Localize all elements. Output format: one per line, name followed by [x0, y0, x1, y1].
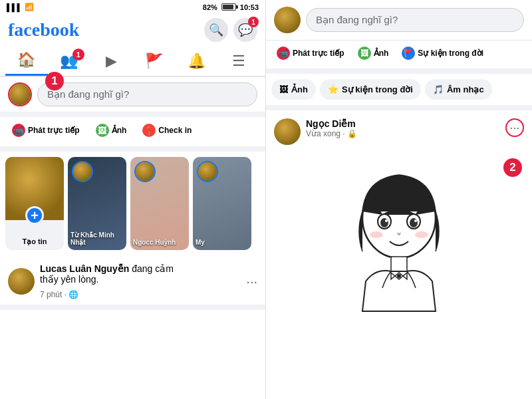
- live-label: Phát trực tiếp: [28, 126, 80, 135]
- quick-event-label: Sự kiện trong đời: [342, 84, 413, 94]
- checkin-icon: 📍: [142, 124, 156, 137]
- right-post-avatar: [274, 118, 301, 145]
- story-plus-icon: +: [25, 206, 44, 225]
- story-card-2[interactable]: Ngocc Huỳnh: [130, 157, 189, 250]
- right-post-meta: Vừa xong · 🔒: [306, 129, 500, 138]
- svg-point-5: [385, 219, 388, 222]
- post-input-area: Bạn đang nghĩ gì?: [0, 77, 265, 117]
- tutorial-badge-2: 2: [503, 158, 522, 177]
- post-name-text: Lucas Luân Nguyễn: [40, 263, 132, 274]
- story-avatar-3: [197, 161, 218, 182]
- status-right: 82% 10:53: [203, 3, 259, 11]
- story-create-card[interactable]: + Tạo tin: [5, 157, 64, 250]
- tutorial-num-2: 2: [503, 158, 522, 177]
- right-post-input-area: Bạn đang nghĩ gì?: [266, 0, 532, 41]
- feed-post-1: Lucas Luân Nguyễn đang cảm thấy yên lòng…: [0, 255, 265, 310]
- photo-button[interactable]: 🖼 Ảnh: [89, 120, 134, 141]
- right-action-row: 📹 Phát trực tiếp 🖼 Ảnh 🚩 Sự kiện trong đ…: [266, 41, 532, 74]
- clock: 10:53: [240, 3, 259, 11]
- right-feed-post: Ngọc Diễm Vừa xong · 🔒 ···: [266, 110, 532, 399]
- right-live-button[interactable]: 📹 Phát trực tiếp: [271, 43, 350, 63]
- story-card-1[interactable]: Từ Khắc Minh Nhật: [68, 157, 126, 250]
- post-avatar: [8, 268, 35, 295]
- status-bar: ▌▌▌ 📶 82% 10:53: [0, 0, 265, 14]
- post-meta: 7 phút · 🌐: [40, 290, 241, 299]
- right-photo-label: Ảnh: [374, 49, 389, 58]
- post-status-text: thấy yên lòng.: [40, 274, 241, 285]
- story-user-label-2: Ngocc Huỳnh: [133, 239, 186, 246]
- post-input-box[interactable]: Bạn đang nghĩ gì?: [37, 82, 257, 106]
- right-post-input-box[interactable]: Bạn đang nghĩ gì?: [306, 8, 524, 32]
- post-user-name: Lucas Luân Nguyễn đang cảm: [40, 263, 241, 274]
- tab-flag[interactable]: 🚩: [132, 47, 175, 75]
- stories-section: + Tạo tin Từ Khắc Minh Nhật Ngocc Huỳnh …: [0, 152, 265, 255]
- checkin-label: Check in: [158, 126, 192, 135]
- post-action-text: đang cảm: [132, 263, 174, 274]
- messenger-button[interactable]: 💬 1: [233, 18, 257, 42]
- quick-actions-row: 🖼 Ảnh ⭐ Sự kiện trong đời 🎵 Âm nhạc: [266, 74, 532, 110]
- live-button[interactable]: 📹 Phát trực tiếp: [5, 120, 86, 141]
- svg-point-3: [380, 218, 388, 227]
- svg-rect-9: [391, 257, 407, 271]
- user-avatar: [8, 82, 32, 106]
- signal-icon: ▌▌▌: [7, 3, 22, 11]
- right-event-icon: 🚩: [402, 47, 415, 60]
- tutorial-badge-1: 1: [45, 72, 64, 90]
- tab-bar: 🏠 👥 1 ▶ 🚩 🔔 ☰: [0, 46, 265, 77]
- right-post-username: Ngọc Diễm: [306, 118, 500, 129]
- right-photo-icon: 🖼: [358, 47, 371, 60]
- post-image-area: [274, 152, 524, 351]
- quick-event-icon: ⭐: [328, 84, 338, 94]
- tutorial-num-1: 1: [45, 72, 64, 90]
- battery-pct: 82%: [203, 3, 217, 11]
- quick-music-btn[interactable]: 🎵 Âm nhạc: [425, 79, 492, 100]
- svg-point-10: [397, 274, 401, 278]
- right-photo-button[interactable]: 🖼 Ảnh: [352, 43, 394, 63]
- story-card-3[interactable]: My: [193, 157, 251, 250]
- post-action-row: 📹 Phát trực tiếp 🖼 Ảnh 📍 Check in: [0, 117, 265, 152]
- right-event-button[interactable]: 🚩 Sự kiện trong đời: [396, 43, 489, 63]
- right-post-header: Ngọc Diễm Vừa xong · 🔒 ···: [274, 118, 524, 145]
- checkin-button[interactable]: 📍 Check in: [136, 120, 198, 141]
- post-user-info: Lucas Luân Nguyễn đang cảm thấy yên lòng…: [40, 263, 241, 299]
- tab-friends[interactable]: 👥 1: [48, 47, 90, 75]
- quick-music-icon: 🎵: [433, 84, 444, 94]
- tab-bell[interactable]: 🔔: [175, 47, 217, 75]
- anime-drawing-svg: [326, 158, 472, 344]
- live-icon: 📹: [12, 124, 25, 137]
- messenger-badge: 1: [248, 17, 259, 27]
- quick-photo-label: Ảnh: [291, 84, 308, 94]
- story-avatar-1: [72, 161, 93, 182]
- battery-icon: [221, 3, 236, 11]
- svg-point-4: [410, 218, 418, 227]
- svg-point-7: [370, 231, 383, 238]
- quick-event-btn[interactable]: ⭐ Sự kiện trong đời: [320, 79, 421, 100]
- right-event-label: Sự kiện trong đời: [418, 49, 483, 58]
- tab-home[interactable]: 🏠: [5, 46, 48, 76]
- right-panel: Bạn đang nghĩ gì? 📹 Phát trực tiếp 🖼 Ảnh…: [266, 0, 532, 399]
- story-user-label-3: My: [196, 239, 249, 246]
- facebook-logo: facebook: [8, 19, 199, 41]
- wifi-icon: 📶: [25, 3, 34, 11]
- status-left: ▌▌▌ 📶: [7, 3, 34, 11]
- quick-music-label: Âm nhạc: [447, 84, 484, 94]
- quick-photo-icon: 🖼: [279, 84, 288, 94]
- quick-photo-btn[interactable]: 🖼 Ảnh: [271, 79, 316, 100]
- right-live-label: Phát trực tiếp: [293, 49, 344, 58]
- nav-bar: facebook 🔍 💬 1: [0, 14, 265, 46]
- right-post-menu-button[interactable]: ···: [505, 118, 524, 137]
- svg-point-8: [415, 231, 428, 238]
- story-create-label: Tạo tin: [5, 237, 64, 246]
- right-user-avatar: [274, 7, 301, 33]
- tab-video[interactable]: ▶: [90, 47, 133, 75]
- friends-badge: 1: [72, 49, 84, 61]
- photo-icon: 🖼: [96, 124, 109, 137]
- tab-menu[interactable]: ☰: [217, 47, 260, 75]
- search-button[interactable]: 🔍: [204, 18, 228, 42]
- right-post-info: Ngọc Diễm Vừa xong · 🔒: [306, 118, 500, 138]
- post-menu-button[interactable]: ···: [246, 274, 257, 289]
- left-panel: ▌▌▌ 📶 82% 10:53 facebook 🔍 💬 1 🏠 👥 1 ▶ 🚩…: [0, 0, 266, 399]
- photo-label: Ảnh: [112, 126, 127, 135]
- story-avatar-2: [134, 161, 156, 182]
- story-user-label-1: Từ Khắc Minh Nhật: [70, 231, 124, 246]
